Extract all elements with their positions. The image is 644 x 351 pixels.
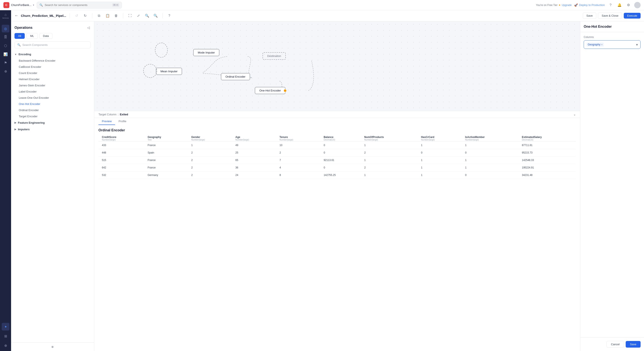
pipeline-toolbar: ← Churn_Prediction_ML_Pipel... ↺ ↻ ⧉ 📋 🗑… [11, 10, 644, 21]
project-name: ChurnForBank... [11, 4, 31, 7]
delete-button[interactable]: 🗑 [113, 12, 120, 19]
help-icon[interactable]: ? [607, 2, 614, 8]
category-feature-engineering[interactable]: ▶ Feature Engineering [14, 119, 90, 126]
execute-button[interactable]: Execute [624, 13, 640, 19]
collapse-sidebar-button[interactable]: ◁ [86, 25, 90, 31]
sidebar-icon-projects[interactable]: ◎ [2, 25, 10, 33]
search-components-bar[interactable]: 🔍 [14, 41, 90, 48]
cell-1-5: 0 [320, 149, 361, 157]
operations-list: ▼ Encoding Backward-Difference Encoder C… [11, 51, 94, 342]
add-component-button[interactable]: ⊕ [11, 342, 94, 351]
op-catboost-encoder[interactable]: CatBoost Encoder [14, 64, 90, 70]
undo-button[interactable]: ↺ [73, 12, 80, 19]
duplicate-button[interactable]: ⧉ [96, 12, 102, 19]
feature-engineering-label: Feature Engineering [18, 121, 45, 124]
search-icon: 🔍 [40, 4, 43, 7]
mean-imputer-node[interactable]: Mean Imputer [156, 68, 182, 75]
table-body: 433France14910011187711.61448Spain225202… [98, 142, 576, 179]
save-button[interactable]: Save [583, 13, 596, 19]
col-numofproducts: NumOfProducts Number(large) [361, 135, 418, 142]
cell-4-4: 8 [276, 171, 320, 179]
settings-icon[interactable]: ⚙ [625, 2, 632, 8]
target-column-label: Target Column [98, 113, 116, 116]
sidebar-icon-models[interactable]: ⬡ [2, 42, 10, 50]
op-target-encoder[interactable]: Target Encoder [14, 113, 90, 119]
op-one-hot-encoder[interactable]: One-Hot Encoder [14, 101, 90, 107]
op-label-encoder[interactable]: Label Encoder [14, 89, 90, 95]
op-ordinal-encoder[interactable]: Ordinal Encoder [14, 107, 90, 113]
fit-view-button[interactable]: ⛶ [126, 12, 134, 19]
sidebar-icon-grid[interactable]: ⊞ [2, 332, 10, 340]
search-components-input[interactable] [22, 43, 88, 47]
column-select[interactable]: Geography × ▾ [584, 40, 640, 49]
tab-ml[interactable]: ML [26, 33, 38, 39]
op-james-stein-encoder[interactable]: James-Stein Encoder [14, 82, 90, 89]
app-icon: C [4, 2, 10, 8]
cell-4-9: 34231.48 [518, 171, 576, 179]
tab-data[interactable]: Data [40, 33, 52, 39]
op-leave-one-out-encoder[interactable]: Leave-One-Out Encoder [14, 95, 90, 101]
cancel-button[interactable]: Cancel [606, 341, 624, 347]
icon-sidebar: ⌂ Services ◎ 🗄 ⬡ 📊 ⚑ ⊕ ✦ ⊞ ⊕ [0, 10, 11, 351]
help-button[interactable]: ? [166, 12, 173, 19]
sidebar-icon-pipeline-active[interactable]: ✦ [2, 323, 10, 330]
tab-preview[interactable]: Preview [98, 118, 115, 125]
deploy-button[interactable]: 🚀 Deploy to Production [574, 4, 605, 7]
redo-button[interactable]: ↻ [82, 12, 89, 19]
save-close-button[interactable]: Save & Close [598, 13, 622, 19]
search-components-icon: 🔍 [17, 43, 21, 47]
cell-2-7: 1 [418, 157, 462, 164]
destination-node[interactable]: Destination [262, 52, 286, 60]
col-tenure: Tenure Number(large) [276, 135, 320, 142]
cell-2-9: 142548.33 [518, 157, 576, 164]
ordinal-encoder-node[interactable]: Ordinal Encoder [221, 73, 250, 80]
op-count-encoder[interactable]: Count Encoder [14, 70, 90, 76]
category-encoding[interactable]: ▼ Encoding [14, 51, 90, 58]
col-gender: Gender Number(large) [188, 135, 232, 142]
sidebar-icon-flag[interactable]: ⚑ [2, 59, 10, 67]
right-panel-save-button[interactable]: Save [626, 341, 640, 347]
cell-4-6: 1 [361, 171, 418, 179]
notification-icon[interactable]: 🔔 [616, 2, 623, 8]
sidebar-icon-data[interactable]: 🗄 [2, 33, 10, 41]
cell-1-1: Spain [144, 149, 188, 157]
zoom-in-button[interactable]: 🔍 [152, 12, 159, 19]
global-search-input[interactable] [44, 4, 110, 7]
tab-all[interactable]: All [14, 33, 25, 39]
pipeline-canvas[interactable]: Mode Imputer Mean Imputer Ordinal Encode… [94, 21, 580, 111]
remove-geography-tag[interactable]: × [601, 44, 602, 46]
top-nav: C ChurnForBank... ▾ 🔍 ⌘+K You're on Free… [0, 0, 644, 10]
copy-button[interactable]: 📋 [104, 12, 111, 19]
back-button[interactable]: ← [14, 14, 18, 18]
cell-1-0: 448 [98, 149, 144, 157]
op-helmert-encoder[interactable]: Helmert Encoder [14, 76, 90, 82]
project-dropdown[interactable]: ▾ [33, 4, 34, 6]
expand-bottom-panel[interactable]: ⌄ [574, 113, 576, 116]
one-hot-encoder-node[interactable]: One-Hot Encoder [255, 87, 285, 94]
cell-2-3: 65 [232, 157, 276, 164]
global-search-bar[interactable]: 🔍 ⌘+K [37, 2, 122, 9]
category-imputers[interactable]: ▶ Imputers [14, 126, 90, 133]
right-panel-header: One-Hot Encoder [580, 21, 644, 32]
cell-1-4: 2 [276, 149, 320, 157]
cell-3-8: 1 [462, 164, 518, 171]
op-backward-difference-encoder[interactable]: Backward-Difference Encoder [14, 58, 90, 64]
sidebar-icon-add[interactable]: ⊕ [2, 341, 10, 349]
connections-svg [94, 21, 580, 111]
tab-profile[interactable]: Profile [115, 118, 130, 125]
sidebar-icon-home[interactable]: ⌂ Services [2, 12, 10, 20]
cell-1-6: 2 [361, 149, 418, 157]
feature-eng-chevron: ▶ [14, 121, 16, 124]
user-avatar[interactable] [634, 2, 640, 8]
table-row: 515France265792113.61111142548.33 [98, 157, 576, 164]
sidebar-icon-network[interactable]: ⊕ [2, 67, 10, 75]
upgrade-link[interactable]: Upgrade [562, 4, 572, 7]
column-select-arrow[interactable]: ▾ [636, 43, 638, 47]
cell-4-3: 24 [232, 171, 276, 179]
sidebar-icon-analytics[interactable]: 📊 [2, 50, 10, 58]
mode-imputer-node[interactable]: Mode Imputer [193, 49, 219, 56]
zoom-out-button[interactable]: 🔍 [144, 12, 150, 19]
fullscreen-button[interactable]: ⤢ [135, 12, 142, 19]
encoding-label: Encoding [18, 53, 31, 56]
encoding-items: Backward-Difference Encoder CatBoost Enc… [14, 58, 90, 119]
